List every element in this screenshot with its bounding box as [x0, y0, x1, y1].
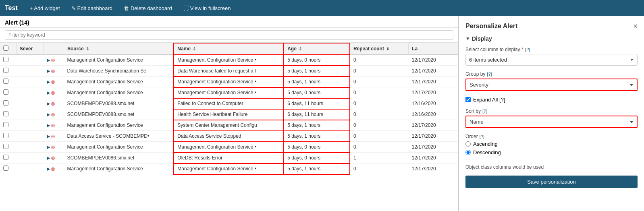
sort-by-help[interactable]: [?]: [482, 109, 487, 114]
row-name-cell: Failed to Connect to Computer: [174, 98, 284, 109]
dropdown-arrow-icon: ▼: [630, 58, 634, 62]
delete-dashboard-button[interactable]: 🗑 Delete dashboard: [121, 4, 175, 13]
row-checkbox[interactable]: [3, 165, 8, 171]
row-source-cell: Data Warehouse Synchronization Se: [64, 66, 174, 77]
col-header-last[interactable]: La: [409, 43, 458, 55]
edit-dashboard-button[interactable]: ✎ Edit dashboard: [69, 4, 115, 13]
row-icon-cell: ▶ ⊗: [44, 120, 64, 131]
row-checkbox[interactable]: [3, 79, 8, 84]
row-age-cell: 5 days, 1 hours: [284, 131, 350, 142]
play-icon: ▶: [47, 79, 50, 85]
table-header-row: Sever Source ⇕ Name ⇕ Age ⇕ Repeat count…: [0, 43, 458, 55]
table-row: ▶ ⊗ Data Warehouse Synchronization Se Da…: [0, 66, 458, 77]
select-columns-help[interactable]: [?]: [525, 47, 530, 52]
expand-all-help[interactable]: [?]: [499, 97, 505, 103]
select-all-checkbox[interactable]: [3, 46, 8, 51]
error-icon: ⊗: [51, 166, 55, 172]
order-help[interactable]: [?]: [480, 134, 484, 139]
row-icon-cell: ▶ ⊗: [44, 66, 64, 77]
row-checkbox[interactable]: [3, 122, 8, 127]
row-age-cell: 5 days, 0 hours: [284, 153, 350, 163]
row-checkbox[interactable]: [3, 57, 8, 62]
play-icon: ▶: [47, 68, 50, 74]
row-icon-cell: ▶ ⊗: [44, 109, 64, 120]
row-name-cell: Management Configuration Service •: [174, 142, 284, 153]
row-name-cell: Health Service Heartbeat Failure: [174, 109, 284, 120]
col-header-source[interactable]: Source ⇕: [64, 43, 174, 55]
row-checkbox-cell: [0, 77, 16, 87]
row-repeat-cell: 0: [350, 163, 409, 174]
age-sort-icon: ⇕: [299, 47, 302, 51]
col-header-repeat[interactable]: Repeat count ⇕: [350, 43, 409, 55]
row-checkbox[interactable]: [3, 144, 8, 149]
row-source-cell: Management Configuration Service: [64, 120, 174, 131]
row-checkbox[interactable]: [3, 155, 8, 160]
row-last-cell: 12/17/2020: [409, 87, 458, 98]
row-checkbox[interactable]: [3, 133, 8, 138]
error-icon: ⊗: [51, 90, 55, 96]
row-severity-cell: [16, 131, 44, 142]
table-row: ▶ ⊗ Management Configuration Service Man…: [0, 142, 458, 153]
descending-radio-row: Descending: [465, 149, 638, 155]
items-selected-value: 6 items selected: [469, 57, 507, 63]
row-checkbox[interactable]: [3, 68, 8, 73]
expand-all-checkbox[interactable]: [465, 97, 471, 102]
table-row: ▶ ⊗ Management Configuration Service Man…: [0, 87, 458, 98]
filter-bar: [0, 28, 458, 43]
error-icon: ⊗: [51, 155, 55, 161]
group-by-help[interactable]: [?]: [487, 72, 492, 77]
descending-radio[interactable]: [465, 150, 471, 155]
row-repeat-cell: 0: [350, 66, 409, 77]
display-label: Display: [472, 35, 492, 42]
row-name-cell: Management Configuration Service •: [174, 163, 284, 174]
row-last-cell: 12/17/2020: [409, 120, 458, 131]
save-personalization-button[interactable]: Save personalization: [465, 176, 638, 188]
row-last-cell: 12/17/2020: [409, 77, 458, 87]
ascending-label[interactable]: Ascending: [473, 141, 498, 147]
row-checkbox[interactable]: [3, 111, 8, 116]
items-selected-dropdown[interactable]: 6 items selected ▼: [465, 54, 638, 66]
row-checkbox-cell: [0, 120, 16, 131]
play-icon: ▶: [47, 58, 50, 63]
view-fullscreen-button[interactable]: ⛶ View in fullscreen: [181, 4, 233, 13]
table-row: ▶ ⊗ Management Configuration Service Man…: [0, 55, 458, 66]
sort-by-select[interactable]: Name Age Severity Source: [465, 116, 638, 128]
close-button[interactable]: ×: [633, 23, 638, 30]
alert-table: Sever Source ⇕ Name ⇕ Age ⇕ Repeat count…: [0, 43, 458, 175]
ascending-radio[interactable]: [465, 141, 471, 147]
descending-label[interactable]: Descending: [473, 149, 501, 155]
order-label: Order [?]: [465, 134, 638, 139]
row-age-cell: 6 days, 11 hours: [284, 109, 350, 120]
group-by-select[interactable]: Severity Source Name Age: [465, 79, 638, 91]
row-source-cell: SCOMBEMPDEV0088.smx.net: [64, 98, 174, 109]
alert-header: Alert (14): [0, 16, 458, 28]
row-repeat-cell: 0: [350, 109, 409, 120]
expand-all-label[interactable]: Expand All [?]: [473, 97, 505, 103]
panel-title-row: Personalize Alert ×: [465, 23, 638, 30]
row-last-cell: 12/17/2020: [409, 131, 458, 142]
row-name-cell: Management Configuration Service •: [174, 55, 284, 66]
row-source-cell: Management Configuration Service: [64, 77, 174, 87]
table-row: ▶ ⊗ Management Configuration Service Sys…: [0, 120, 458, 131]
row-source-cell: Management Configuration Service: [64, 163, 174, 174]
row-severity-cell: [16, 163, 44, 174]
row-icon-cell: ▶ ⊗: [44, 131, 64, 142]
col-header-age[interactable]: Age ⇕: [284, 43, 350, 55]
add-widget-button[interactable]: + Add widget: [27, 4, 62, 13]
row-repeat-cell: 0: [350, 131, 409, 142]
error-icon: ⊗: [51, 68, 55, 74]
row-age-cell: 5 days, 1 hours: [284, 120, 350, 131]
col-header-name[interactable]: Name ⇕: [174, 43, 284, 55]
ascending-radio-row: Ascending: [465, 141, 638, 147]
row-severity-cell: [16, 120, 44, 131]
col-header-severity[interactable]: Sever: [16, 43, 44, 55]
row-age-cell: 5 days, 1 hours: [284, 163, 350, 174]
row-severity-cell: [16, 55, 44, 66]
filter-input[interactable]: [5, 30, 453, 40]
row-checkbox-cell: [0, 55, 16, 66]
row-checkbox[interactable]: [3, 89, 8, 95]
row-checkbox[interactable]: [3, 100, 8, 106]
row-name-cell: Management Configuration Service •: [174, 77, 284, 87]
row-source-cell: SCOMBEMPDEV0088.smx.net: [64, 109, 174, 120]
row-severity-cell: [16, 66, 44, 77]
